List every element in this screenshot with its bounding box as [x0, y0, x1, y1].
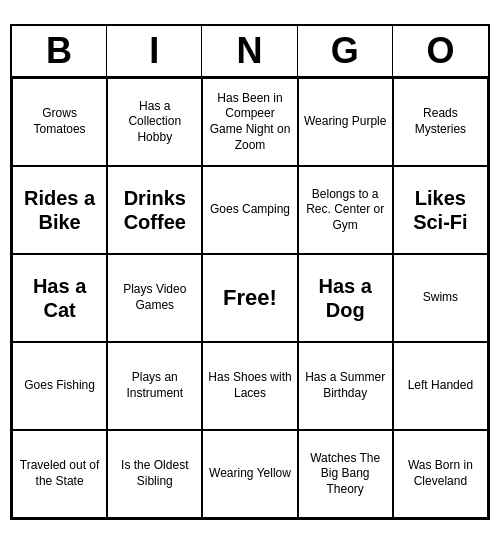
bingo-header-letter: G	[298, 26, 393, 76]
bingo-cell: Plays an Instrument	[107, 342, 202, 430]
bingo-header-letter: B	[12, 26, 107, 76]
bingo-cell: Goes Fishing	[12, 342, 107, 430]
bingo-cell: Has a Collection Hobby	[107, 78, 202, 166]
bingo-cell: Rides a Bike	[12, 166, 107, 254]
bingo-cell: Has Been in Compeer Game Night on Zoom	[202, 78, 297, 166]
bingo-cell: Wearing Yellow	[202, 430, 297, 518]
bingo-cell: Has a Dog	[298, 254, 393, 342]
bingo-cell: Grows Tomatoes	[12, 78, 107, 166]
bingo-cell: Traveled out of the State	[12, 430, 107, 518]
bingo-cell: Has a Cat	[12, 254, 107, 342]
bingo-card: BINGO Grows TomatoesHas a Collection Hob…	[10, 24, 490, 520]
bingo-header-letter: N	[202, 26, 297, 76]
bingo-cell: Belongs to a Rec. Center or Gym	[298, 166, 393, 254]
bingo-cell: Swims	[393, 254, 488, 342]
bingo-cell: Was Born in Cleveland	[393, 430, 488, 518]
bingo-cell: Likes Sci-Fi	[393, 166, 488, 254]
bingo-cell: Drinks Coffee	[107, 166, 202, 254]
bingo-grid: Grows TomatoesHas a Collection HobbyHas …	[12, 78, 488, 518]
bingo-header: BINGO	[12, 26, 488, 78]
bingo-cell: Has Shoes with Laces	[202, 342, 297, 430]
bingo-cell: Reads Mysteries	[393, 78, 488, 166]
bingo-cell: Left Handed	[393, 342, 488, 430]
bingo-cell: Wearing Purple	[298, 78, 393, 166]
bingo-cell: Plays Video Games	[107, 254, 202, 342]
bingo-cell: Has a Summer Birthday	[298, 342, 393, 430]
bingo-cell: Is the Oldest Sibling	[107, 430, 202, 518]
bingo-cell: Watches The Big Bang Theory	[298, 430, 393, 518]
free-space: Free!	[202, 254, 297, 342]
bingo-cell: Goes Camping	[202, 166, 297, 254]
bingo-header-letter: O	[393, 26, 488, 76]
bingo-header-letter: I	[107, 26, 202, 76]
